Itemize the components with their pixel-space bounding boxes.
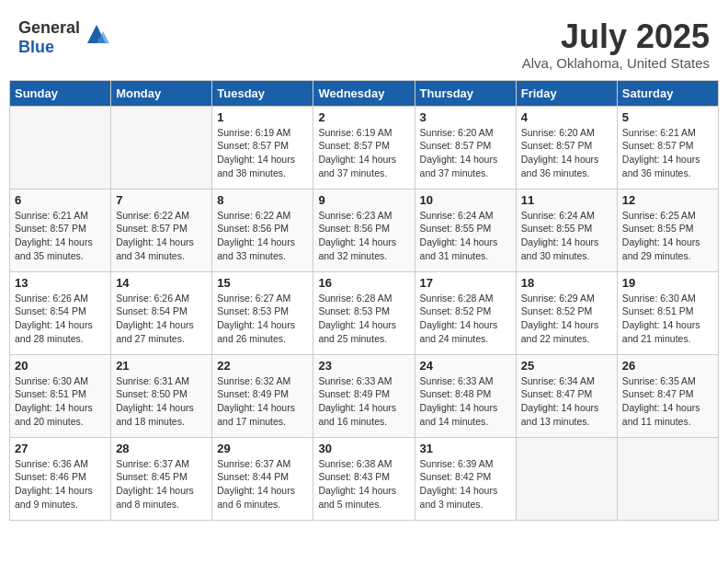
calendar-cell: 28Sunrise: 6:37 AMSunset: 8:45 PMDayligh… (111, 437, 212, 520)
calendar-cell: 16Sunrise: 6:28 AMSunset: 8:53 PMDayligh… (313, 271, 415, 354)
day-detail: Sunrise: 6:37 AMSunset: 8:45 PMDaylight:… (116, 457, 207, 511)
calendar-cell: 4Sunrise: 6:20 AMSunset: 8:57 PMDaylight… (516, 106, 617, 189)
day-detail: Sunrise: 6:21 AMSunset: 8:57 PMDaylight:… (622, 126, 713, 180)
day-detail: Sunrise: 6:33 AMSunset: 8:48 PMDaylight:… (420, 374, 511, 429)
weekday-header: Monday (111, 80, 212, 106)
day-number: 19 (622, 276, 713, 290)
calendar-cell: 8Sunrise: 6:22 AMSunset: 8:56 PMDaylight… (212, 189, 313, 271)
day-number: 27 (15, 442, 106, 455)
calendar-week-row: 6Sunrise: 6:21 AMSunset: 8:57 PMDaylight… (10, 189, 719, 271)
logo-icon (83, 20, 110, 48)
calendar-cell: 5Sunrise: 6:21 AMSunset: 8:57 PMDaylight… (617, 106, 718, 189)
day-number: 18 (521, 276, 612, 290)
day-detail: Sunrise: 6:23 AMSunset: 8:56 PMDaylight:… (318, 209, 409, 263)
day-detail: Sunrise: 6:36 AMSunset: 8:46 PMDaylight:… (15, 457, 106, 511)
day-number: 22 (217, 359, 308, 373)
calendar-cell: 19Sunrise: 6:30 AMSunset: 8:51 PMDayligh… (617, 271, 718, 354)
day-number: 7 (116, 193, 207, 207)
calendar-cell: 30Sunrise: 6:38 AMSunset: 8:43 PMDayligh… (313, 437, 415, 520)
calendar-week-row: 27Sunrise: 6:36 AMSunset: 8:46 PMDayligh… (10, 437, 719, 520)
day-detail: Sunrise: 6:37 AMSunset: 8:44 PMDaylight:… (217, 457, 308, 511)
day-detail: Sunrise: 6:26 AMSunset: 8:54 PMDaylight:… (116, 292, 207, 346)
calendar-cell: 29Sunrise: 6:37 AMSunset: 8:44 PMDayligh… (212, 437, 313, 520)
calendar-cell: 9Sunrise: 6:23 AMSunset: 8:56 PMDaylight… (313, 189, 415, 271)
calendar-cell: 17Sunrise: 6:28 AMSunset: 8:52 PMDayligh… (415, 271, 516, 354)
day-number: 13 (15, 276, 106, 290)
day-detail: Sunrise: 6:34 AMSunset: 8:47 PMDaylight:… (521, 374, 612, 429)
day-detail: Sunrise: 6:31 AMSunset: 8:50 PMDaylight:… (116, 374, 207, 429)
calendar-week-row: 20Sunrise: 6:30 AMSunset: 8:51 PMDayligh… (10, 354, 719, 437)
day-number: 25 (521, 359, 612, 373)
day-number: 28 (116, 442, 207, 455)
calendar-cell: 18Sunrise: 6:29 AMSunset: 8:52 PMDayligh… (516, 271, 617, 354)
day-detail: Sunrise: 6:22 AMSunset: 8:57 PMDaylight:… (116, 209, 207, 263)
weekday-header: Thursday (415, 80, 516, 106)
day-number: 10 (420, 193, 511, 207)
calendar-cell: 21Sunrise: 6:31 AMSunset: 8:50 PMDayligh… (111, 354, 212, 437)
day-detail: Sunrise: 6:22 AMSunset: 8:56 PMDaylight:… (217, 209, 308, 263)
calendar-cell: 7Sunrise: 6:22 AMSunset: 8:57 PMDaylight… (111, 189, 212, 271)
day-detail: Sunrise: 6:33 AMSunset: 8:49 PMDaylight:… (318, 374, 409, 429)
calendar-cell: 31Sunrise: 6:39 AMSunset: 8:42 PMDayligh… (415, 437, 516, 520)
calendar-cell: 14Sunrise: 6:26 AMSunset: 8:54 PMDayligh… (111, 271, 212, 354)
calendar-cell: 25Sunrise: 6:34 AMSunset: 8:47 PMDayligh… (516, 354, 617, 437)
day-number: 31 (420, 442, 511, 455)
day-detail: Sunrise: 6:24 AMSunset: 8:55 PMDaylight:… (521, 209, 612, 263)
calendar-cell: 22Sunrise: 6:32 AMSunset: 8:49 PMDayligh… (212, 354, 313, 437)
day-detail: Sunrise: 6:38 AMSunset: 8:43 PMDaylight:… (318, 457, 409, 511)
day-detail: Sunrise: 6:21 AMSunset: 8:57 PMDaylight:… (15, 209, 106, 263)
calendar-cell: 3Sunrise: 6:20 AMSunset: 8:57 PMDaylight… (415, 106, 516, 189)
day-number: 1 (217, 110, 308, 124)
day-number: 2 (318, 110, 409, 124)
calendar-cell: 10Sunrise: 6:24 AMSunset: 8:55 PMDayligh… (415, 189, 516, 271)
day-number: 26 (622, 359, 713, 373)
calendar-cell: 11Sunrise: 6:24 AMSunset: 8:55 PMDayligh… (516, 189, 617, 271)
day-number: 6 (15, 193, 106, 207)
day-number: 21 (116, 359, 207, 373)
day-number: 8 (217, 193, 308, 207)
calendar-cell: 13Sunrise: 6:26 AMSunset: 8:54 PMDayligh… (10, 271, 111, 354)
page-header: General Blue July 2025 Alva, Oklahoma, U… (9, 9, 719, 75)
day-detail: Sunrise: 6:25 AMSunset: 8:55 PMDaylight:… (622, 209, 713, 263)
day-number: 11 (521, 193, 612, 207)
calendar-cell: 12Sunrise: 6:25 AMSunset: 8:55 PMDayligh… (617, 189, 718, 271)
weekday-header: Friday (516, 80, 617, 106)
logo-general: General (18, 18, 80, 37)
day-detail: Sunrise: 6:26 AMSunset: 8:54 PMDaylight:… (15, 292, 106, 346)
logo: General Blue (18, 18, 110, 57)
logo-text: General Blue (18, 18, 80, 57)
calendar-cell (516, 437, 617, 520)
weekday-header-row: SundayMondayTuesdayWednesdayThursdayFrid… (10, 80, 719, 106)
day-number: 3 (420, 110, 511, 124)
title-block: July 2025 Alva, Oklahoma, United States (522, 18, 710, 71)
calendar-cell (111, 106, 212, 189)
day-detail: Sunrise: 6:19 AMSunset: 8:57 PMDaylight:… (318, 126, 409, 180)
day-number: 5 (622, 110, 713, 124)
weekday-header: Saturday (617, 80, 718, 106)
weekday-header: Sunday (10, 80, 111, 106)
day-detail: Sunrise: 6:28 AMSunset: 8:53 PMDaylight:… (318, 292, 409, 346)
day-detail: Sunrise: 6:27 AMSunset: 8:53 PMDaylight:… (217, 292, 308, 346)
calendar-cell: 23Sunrise: 6:33 AMSunset: 8:49 PMDayligh… (313, 354, 415, 437)
day-detail: Sunrise: 6:24 AMSunset: 8:55 PMDaylight:… (420, 209, 511, 263)
day-detail: Sunrise: 6:20 AMSunset: 8:57 PMDaylight:… (420, 126, 511, 180)
day-detail: Sunrise: 6:29 AMSunset: 8:52 PMDaylight:… (521, 292, 612, 346)
calendar-cell: 2Sunrise: 6:19 AMSunset: 8:57 PMDaylight… (313, 106, 415, 189)
calendar-cell: 1Sunrise: 6:19 AMSunset: 8:57 PMDaylight… (212, 106, 313, 189)
weekday-header: Wednesday (313, 80, 415, 106)
day-number: 15 (217, 276, 308, 290)
day-number: 29 (217, 442, 308, 455)
calendar-cell (617, 437, 718, 520)
day-number: 24 (420, 359, 511, 373)
day-number: 23 (318, 359, 409, 373)
calendar-cell: 20Sunrise: 6:30 AMSunset: 8:51 PMDayligh… (10, 354, 111, 437)
calendar-cell: 27Sunrise: 6:36 AMSunset: 8:46 PMDayligh… (10, 437, 111, 520)
month-title: July 2025 (522, 18, 710, 55)
day-number: 4 (521, 110, 612, 124)
day-number: 12 (622, 193, 713, 207)
day-detail: Sunrise: 6:30 AMSunset: 8:51 PMDaylight:… (622, 292, 713, 346)
location-title: Alva, Oklahoma, United States (522, 55, 710, 71)
day-detail: Sunrise: 6:39 AMSunset: 8:42 PMDaylight:… (420, 457, 511, 511)
day-detail: Sunrise: 6:19 AMSunset: 8:57 PMDaylight:… (217, 126, 308, 180)
day-number: 17 (420, 276, 511, 290)
